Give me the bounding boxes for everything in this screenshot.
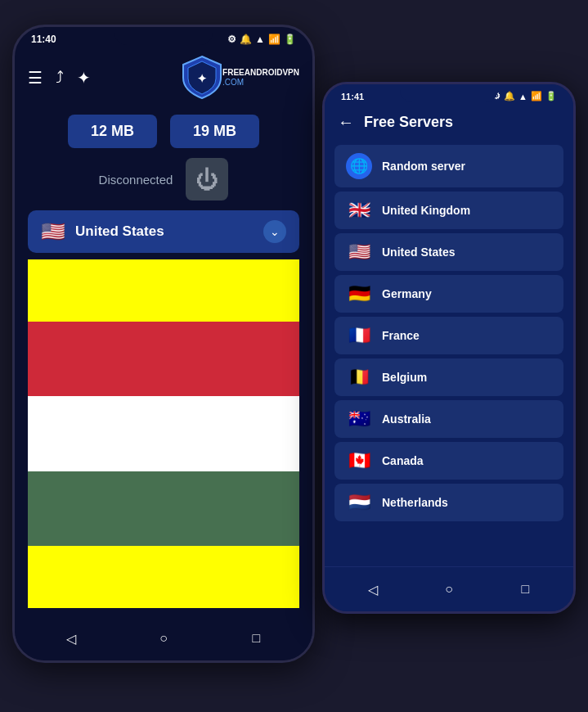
phone-1-notch [114,27,213,45]
flag-stripe-yellow-top [28,259,299,322]
signal-icon: 📶 [268,34,281,45]
logo-area: ✦ FREEANDROIDVPN .COM [182,55,299,100]
phone-2-back-nav-button[interactable]: ◁ [361,577,385,602]
selected-server-flag: 🇺🇸 [41,220,65,243]
phone-1: 11:40 ⚙ 🔔 ▲ 📶 🔋 ☰ ⤴ ✦ ✦ FREEANDROIDVPN .… [12,25,315,663]
flag-display [28,259,299,608]
power-icon: ⏻ [195,166,218,193]
server-name-de: Germany [382,287,432,300]
phone-2-signal-icon: 📶 [531,91,542,101]
server-item-be[interactable]: 🇧🇪 Belgium [334,358,563,396]
recent-nav-button[interactable]: □ [244,626,268,651]
svg-text:✦: ✦ [197,72,207,85]
server-name-nl: Netherlands [382,496,448,509]
server-item-random[interactable]: 🌐 Random server [334,145,563,187]
phone-1-toolbar: ☰ ⤴ ✦ ✦ FREEANDROIDVPN .COM [15,48,312,106]
globe-icon: 🌐 [346,153,372,179]
server-name-ca: Canada [382,454,424,467]
connection-status: Disconnected [99,173,173,187]
server-list-header: ← Free Servers [325,105,573,140]
phone-2-notch [400,84,498,102]
alarm-icon: 🔔 [240,34,252,45]
stats-row: 12 MB 19 MB [68,115,259,148]
server-list: 🌐 Random server 🇬🇧 United Kingdom 🇺🇸 Uni… [325,140,573,566]
server-name-random: Random server [382,160,465,173]
logo-text: FREEANDROIDVPN .COM [222,68,299,88]
server-flag-be: 🇧🇪 [346,367,372,388]
back-nav-button[interactable]: ◁ [59,626,83,651]
server-item-nl[interactable]: 🇳🇱 Netherlands [334,484,563,521]
back-button[interactable]: ← [338,113,354,132]
server-item-de[interactable]: 🇩🇪 Germany [334,275,563,313]
phone-1-status-icons: ⚙ 🔔 ▲ 📶 🔋 [227,34,296,45]
server-selector[interactable]: 🇺🇸 United States ⌄ [28,210,299,253]
flag-stripe-white [28,396,299,471]
server-flag-fr: 🇫🇷 [346,325,372,346]
logo-line1: FREEANDROIDVPN [222,68,299,78]
phone-2-alarm-icon: 🔔 [504,91,515,101]
server-list-title: Free Servers [364,114,453,131]
server-item-ca[interactable]: 🇨🇦 Canada [334,442,563,480]
server-flag-ca: 🇨🇦 [346,450,372,471]
phone-1-nav-bar: ◁ ○ □ [15,616,312,660]
power-button[interactable]: ⏻ [186,158,228,201]
star-icon[interactable]: ✦ [77,68,91,88]
flag-stripe-yellow-bottom [28,546,299,608]
logo-line2: .COM [222,78,299,88]
chevron-down-icon: ⌄ [263,220,286,243]
upload-stat[interactable]: 19 MB [170,115,259,148]
phone-2-status-icons: ⚙ 🔔 ▲ 📶 🔋 [492,91,557,101]
logo-shield-icon: ✦ [182,55,222,100]
server-item-fr[interactable]: 🇫🇷 France [334,317,563,354]
server-flag-nl: 🇳🇱 [346,492,372,513]
phone-1-main: 12 MB 19 MB Disconnected ⏻ 🇺🇸 United Sta… [15,106,312,616]
connection-row: Disconnected ⏻ [28,158,299,201]
home-nav-button[interactable]: ○ [151,626,176,651]
flag-stripe-red [28,322,299,396]
server-item-au[interactable]: 🇦🇺 Australia [334,400,563,438]
server-name-be: Belgium [382,371,427,384]
flag-stripe-green [28,471,299,546]
share-icon[interactable]: ⤴ [56,68,64,87]
phone-2-time: 11:41 [341,92,364,101]
phone-2-home-nav-button[interactable]: ○ [437,577,461,602]
settings-icon: ⚙ [227,34,236,45]
selected-server-name: United States [75,223,254,240]
server-flag-us: 🇺🇸 [346,241,372,263]
phone-1-time: 11:40 [31,34,56,45]
server-name-us: United States [382,246,455,259]
server-flag-uk: 🇬🇧 [346,200,372,221]
server-flag-au: 🇦🇺 [346,408,372,430]
phone-2-wifi-icon: ▲ [518,92,527,101]
wifi-icon: ▲ [255,34,265,45]
phone-2-recent-nav-button[interactable]: □ [513,577,537,602]
download-stat[interactable]: 12 MB [68,115,157,148]
server-flag-de: 🇩🇪 [346,283,372,304]
battery-icon: 🔋 [284,34,296,45]
phone-2-battery-icon: 🔋 [545,91,557,101]
server-name-au: Australia [382,412,431,426]
server-item-uk[interactable]: 🇬🇧 United Kingdom [334,192,563,229]
server-item-us[interactable]: 🇺🇸 United States [334,233,563,271]
phone-2-nav-bar: ◁ ○ □ [325,566,573,611]
menu-icon[interactable]: ☰ [28,68,43,88]
server-name-uk: United Kingdom [382,204,470,217]
server-name-fr: France [382,329,420,342]
phone-2: 11:41 ⚙ 🔔 ▲ 📶 🔋 ← Free Servers 🌐 Random … [322,82,576,614]
